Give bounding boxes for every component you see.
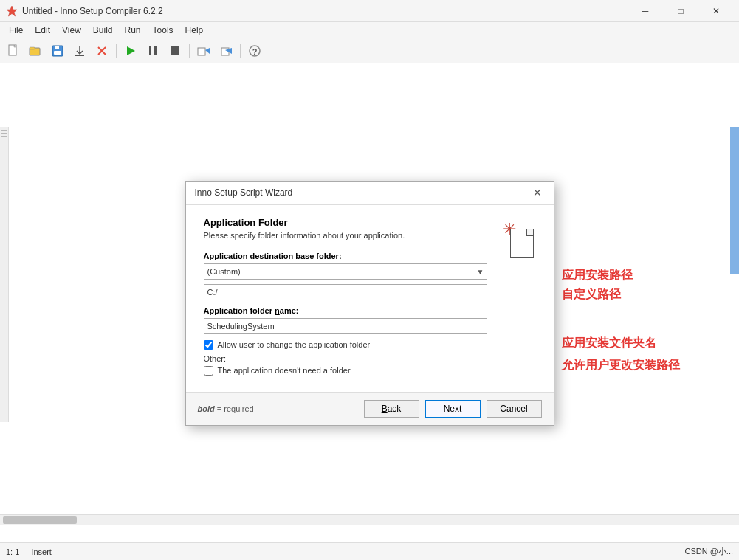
compile2-icon bbox=[219, 44, 233, 58]
toolbar-save[interactable] bbox=[47, 41, 68, 61]
svg-rect-7 bbox=[54, 51, 61, 55]
folder-name-label: Application folder name: bbox=[204, 306, 487, 315]
other-label: Other: bbox=[204, 354, 487, 363]
folder-name-input[interactable] bbox=[204, 318, 487, 334]
menu-tools[interactable]: Tools bbox=[147, 22, 179, 38]
hint-text: = required bbox=[217, 404, 254, 413]
dialog-main-section: Application Folder Please specify folder… bbox=[204, 217, 487, 380]
maximize-button[interactable]: □ bbox=[664, 0, 698, 22]
page-icon bbox=[510, 229, 534, 258]
svg-marker-11 bbox=[127, 46, 135, 55]
toolbar-help[interactable]: ? bbox=[244, 41, 265, 61]
dialog-footer: bold = required Back Next Cancel bbox=[186, 392, 554, 425]
editor-area[interactable]: 应用安装路径 自定义路径 应用安装文件夹名 允许用户更改安装路径 Inno Se… bbox=[0, 63, 739, 542]
app-icon bbox=[6, 5, 18, 17]
svg-rect-13 bbox=[154, 46, 157, 55]
pause-icon bbox=[146, 44, 159, 58]
scrollbar-thumb[interactable] bbox=[3, 516, 77, 524]
allow-change-checkbox[interactable] bbox=[204, 340, 213, 350]
toolbar-sep-1 bbox=[116, 44, 117, 58]
svg-rect-6 bbox=[55, 46, 59, 49]
cancel-button[interactable]: Cancel bbox=[487, 400, 542, 418]
toolbar-new[interactable] bbox=[3, 41, 24, 61]
annotation-custom: 自定义路径 bbox=[562, 287, 621, 303]
back-label: Back bbox=[382, 404, 402, 414]
toolbar-sep-3 bbox=[240, 44, 241, 58]
section-heading: Application Folder bbox=[204, 217, 487, 228]
window-title: Untitled - Inno Setup Compiler 6.2.2 bbox=[22, 6, 163, 16]
run-icon bbox=[124, 44, 137, 58]
no-folder-label[interactable]: The application doesn't need a folder bbox=[218, 366, 351, 375]
dialog-close-button[interactable]: ✕ bbox=[530, 185, 545, 200]
menu-run[interactable]: Run bbox=[119, 22, 147, 38]
cancel-label: Cancel bbox=[500, 404, 527, 414]
section-description: Please specify folder information about … bbox=[204, 231, 487, 240]
svg-rect-17 bbox=[221, 48, 229, 55]
destination-select[interactable]: (Custom) {pf} {pf32} {pf64} {userappdata… bbox=[204, 263, 487, 280]
dialog-content: Application Folder Please specify folder… bbox=[186, 205, 554, 392]
destination-label: Application destination base folder: bbox=[204, 252, 487, 260]
svg-rect-12 bbox=[149, 46, 151, 55]
back-button[interactable]: Back bbox=[364, 400, 419, 418]
annotation-folder: 应用安装文件夹名 bbox=[562, 336, 656, 351]
horizontal-scrollbar[interactable] bbox=[0, 514, 739, 525]
annotation-allow: 允许用户更改安装路径 bbox=[562, 358, 680, 373]
toolbar-compile1[interactable] bbox=[193, 41, 214, 61]
dialog-overlay: 应用安装路径 自定义路径 应用安装文件夹名 允许用户更改安装路径 Inno Se… bbox=[0, 63, 739, 542]
toolbar-open[interactable] bbox=[25, 41, 46, 61]
window-controls: ─ □ ✕ bbox=[628, 0, 733, 22]
no-folder-checkbox[interactable] bbox=[204, 366, 213, 376]
svg-rect-4 bbox=[30, 47, 35, 49]
wizard-dialog: Inno Setup Script Wizard ✕ Application F… bbox=[185, 181, 554, 426]
menu-edit[interactable]: Edit bbox=[29, 22, 56, 38]
open-icon bbox=[29, 44, 42, 58]
toolbar-delete[interactable] bbox=[92, 41, 112, 61]
custom-path-input[interactable] bbox=[204, 284, 487, 300]
status-bar: 1: 1 Insert CSDN @小... bbox=[0, 542, 739, 560]
allow-change-label[interactable]: Allow user to change the application fol… bbox=[218, 340, 371, 349]
cursor-position: 1: 1 bbox=[6, 547, 19, 556]
title-bar-left: Untitled - Inno Setup Compiler 6.2.2 bbox=[6, 5, 163, 17]
new-icon bbox=[7, 44, 20, 58]
menu-build[interactable]: Build bbox=[87, 22, 119, 38]
svg-rect-15 bbox=[198, 48, 205, 55]
stop-icon bbox=[168, 44, 182, 58]
toolbar-stop[interactable] bbox=[165, 41, 185, 61]
hint-bold: bold bbox=[198, 404, 215, 413]
menu-bar: File Edit View Build Run Tools Help bbox=[0, 22, 739, 38]
svg-rect-8 bbox=[75, 55, 84, 56]
delete-icon bbox=[95, 44, 109, 58]
minimize-button[interactable]: ─ bbox=[628, 0, 662, 22]
menu-view[interactable]: View bbox=[56, 22, 87, 38]
wizard-icon: ✳ bbox=[501, 220, 534, 258]
help-icon: ? bbox=[248, 44, 261, 58]
allow-change-row: Allow user to change the application fol… bbox=[204, 340, 487, 350]
toolbar-download[interactable] bbox=[69, 41, 90, 61]
next-label: Next bbox=[444, 404, 462, 414]
editor-mode: Insert bbox=[31, 547, 52, 556]
toolbar: ? bbox=[0, 38, 739, 63]
svg-marker-16 bbox=[205, 48, 210, 54]
no-folder-row: The application doesn't need a folder bbox=[204, 366, 487, 376]
download-icon bbox=[73, 44, 86, 58]
svg-rect-14 bbox=[171, 46, 179, 55]
toolbar-run[interactable] bbox=[120, 41, 141, 61]
toolbar-pause[interactable] bbox=[142, 41, 163, 61]
footer-buttons: Back Next Cancel bbox=[364, 400, 542, 418]
dialog-title: Inno Setup Script Wizard bbox=[195, 187, 293, 198]
compile1-icon bbox=[197, 44, 210, 58]
save-icon bbox=[51, 44, 64, 58]
status-right: CSDN @小... bbox=[684, 546, 733, 557]
footer-hint: bold = required bbox=[198, 404, 254, 413]
dialog-icon-area: ✳ bbox=[499, 217, 536, 380]
close-button[interactable]: ✕ bbox=[699, 0, 733, 22]
menu-help[interactable]: Help bbox=[179, 22, 210, 38]
annotation-path: 应用安装路径 bbox=[562, 268, 633, 283]
svg-text:?: ? bbox=[252, 47, 258, 56]
next-button[interactable]: Next bbox=[425, 400, 481, 418]
toolbar-compile2[interactable] bbox=[216, 41, 236, 61]
status-left: 1: 1 Insert bbox=[6, 547, 52, 556]
svg-marker-0 bbox=[7, 6, 17, 16]
menu-file[interactable]: File bbox=[3, 22, 29, 38]
dialog-titlebar: Inno Setup Script Wizard ✕ bbox=[186, 182, 554, 205]
